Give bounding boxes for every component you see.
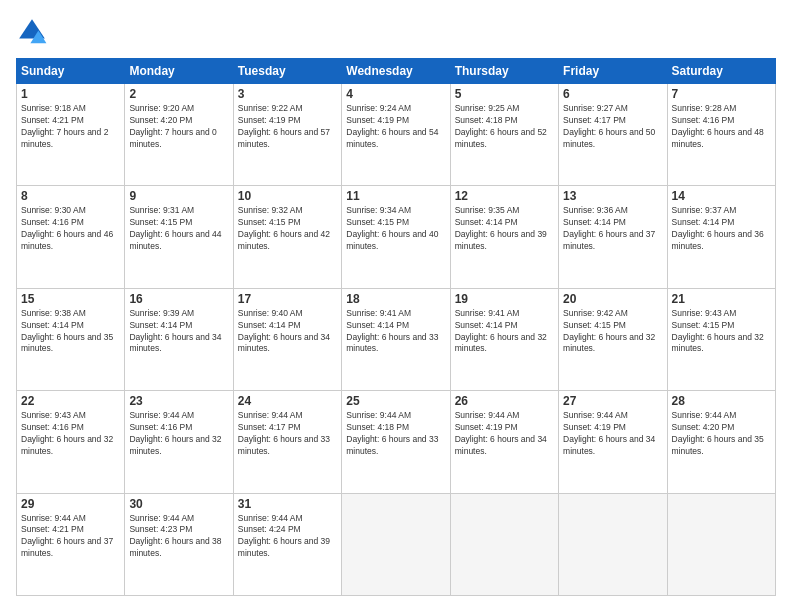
calendar-body: 1 Sunrise: 9:18 AMSunset: 4:21 PMDayligh… [17, 84, 776, 596]
calendar-cell [667, 493, 775, 595]
day-number: 7 [672, 87, 771, 101]
calendar-cell: 7 Sunrise: 9:28 AMSunset: 4:16 PMDayligh… [667, 84, 775, 186]
calendar-table: SundayMondayTuesdayWednesdayThursdayFrid… [16, 58, 776, 596]
calendar-header: SundayMondayTuesdayWednesdayThursdayFrid… [17, 59, 776, 84]
calendar-cell: 23 Sunrise: 9:44 AMSunset: 4:16 PMDaylig… [125, 391, 233, 493]
calendar-cell: 16 Sunrise: 9:39 AMSunset: 4:14 PMDaylig… [125, 288, 233, 390]
day-info: Sunrise: 9:43 AMSunset: 4:15 PMDaylight:… [672, 308, 771, 356]
day-number: 5 [455, 87, 554, 101]
calendar-cell: 8 Sunrise: 9:30 AMSunset: 4:16 PMDayligh… [17, 186, 125, 288]
calendar-week-row: 22 Sunrise: 9:43 AMSunset: 4:16 PMDaylig… [17, 391, 776, 493]
day-number: 11 [346, 189, 445, 203]
day-info: Sunrise: 9:42 AMSunset: 4:15 PMDaylight:… [563, 308, 662, 356]
calendar-cell: 17 Sunrise: 9:40 AMSunset: 4:14 PMDaylig… [233, 288, 341, 390]
calendar-cell: 5 Sunrise: 9:25 AMSunset: 4:18 PMDayligh… [450, 84, 558, 186]
day-info: Sunrise: 9:32 AMSunset: 4:15 PMDaylight:… [238, 205, 337, 253]
day-info: Sunrise: 9:40 AMSunset: 4:14 PMDaylight:… [238, 308, 337, 356]
day-info: Sunrise: 9:39 AMSunset: 4:14 PMDaylight:… [129, 308, 228, 356]
calendar-cell: 30 Sunrise: 9:44 AMSunset: 4:23 PMDaylig… [125, 493, 233, 595]
day-number: 15 [21, 292, 120, 306]
calendar-cell: 10 Sunrise: 9:32 AMSunset: 4:15 PMDaylig… [233, 186, 341, 288]
day-info: Sunrise: 9:35 AMSunset: 4:14 PMDaylight:… [455, 205, 554, 253]
day-info: Sunrise: 9:18 AMSunset: 4:21 PMDaylight:… [21, 103, 120, 151]
calendar-cell: 29 Sunrise: 9:44 AMSunset: 4:21 PMDaylig… [17, 493, 125, 595]
calendar-cell: 25 Sunrise: 9:44 AMSunset: 4:18 PMDaylig… [342, 391, 450, 493]
day-info: Sunrise: 9:44 AMSunset: 4:17 PMDaylight:… [238, 410, 337, 458]
calendar-week-row: 8 Sunrise: 9:30 AMSunset: 4:16 PMDayligh… [17, 186, 776, 288]
day-number: 8 [21, 189, 120, 203]
calendar-cell [559, 493, 667, 595]
calendar-cell: 6 Sunrise: 9:27 AMSunset: 4:17 PMDayligh… [559, 84, 667, 186]
day-info: Sunrise: 9:25 AMSunset: 4:18 PMDaylight:… [455, 103, 554, 151]
day-number: 3 [238, 87, 337, 101]
day-number: 24 [238, 394, 337, 408]
day-number: 12 [455, 189, 554, 203]
header-day: Wednesday [342, 59, 450, 84]
day-number: 1 [21, 87, 120, 101]
day-number: 31 [238, 497, 337, 511]
day-info: Sunrise: 9:44 AMSunset: 4:19 PMDaylight:… [563, 410, 662, 458]
day-number: 4 [346, 87, 445, 101]
day-number: 9 [129, 189, 228, 203]
header-day: Tuesday [233, 59, 341, 84]
day-info: Sunrise: 9:31 AMSunset: 4:15 PMDaylight:… [129, 205, 228, 253]
day-number: 21 [672, 292, 771, 306]
day-number: 16 [129, 292, 228, 306]
day-number: 28 [672, 394, 771, 408]
day-info: Sunrise: 9:38 AMSunset: 4:14 PMDaylight:… [21, 308, 120, 356]
header-row: SundayMondayTuesdayWednesdayThursdayFrid… [17, 59, 776, 84]
day-number: 6 [563, 87, 662, 101]
day-number: 2 [129, 87, 228, 101]
calendar-cell: 19 Sunrise: 9:41 AMSunset: 4:14 PMDaylig… [450, 288, 558, 390]
day-info: Sunrise: 9:43 AMSunset: 4:16 PMDaylight:… [21, 410, 120, 458]
calendar-cell: 11 Sunrise: 9:34 AMSunset: 4:15 PMDaylig… [342, 186, 450, 288]
day-info: Sunrise: 9:44 AMSunset: 4:19 PMDaylight:… [455, 410, 554, 458]
calendar-cell: 2 Sunrise: 9:20 AMSunset: 4:20 PMDayligh… [125, 84, 233, 186]
day-info: Sunrise: 9:28 AMSunset: 4:16 PMDaylight:… [672, 103, 771, 151]
calendar-cell: 26 Sunrise: 9:44 AMSunset: 4:19 PMDaylig… [450, 391, 558, 493]
calendar-cell [342, 493, 450, 595]
calendar-cell: 1 Sunrise: 9:18 AMSunset: 4:21 PMDayligh… [17, 84, 125, 186]
day-info: Sunrise: 9:44 AMSunset: 4:24 PMDaylight:… [238, 513, 337, 561]
day-number: 14 [672, 189, 771, 203]
day-number: 19 [455, 292, 554, 306]
calendar-cell: 4 Sunrise: 9:24 AMSunset: 4:19 PMDayligh… [342, 84, 450, 186]
calendar-week-row: 29 Sunrise: 9:44 AMSunset: 4:21 PMDaylig… [17, 493, 776, 595]
day-info: Sunrise: 9:36 AMSunset: 4:14 PMDaylight:… [563, 205, 662, 253]
calendar-cell: 27 Sunrise: 9:44 AMSunset: 4:19 PMDaylig… [559, 391, 667, 493]
day-info: Sunrise: 9:24 AMSunset: 4:19 PMDaylight:… [346, 103, 445, 151]
day-info: Sunrise: 9:41 AMSunset: 4:14 PMDaylight:… [455, 308, 554, 356]
calendar-cell: 12 Sunrise: 9:35 AMSunset: 4:14 PMDaylig… [450, 186, 558, 288]
day-number: 30 [129, 497, 228, 511]
header-day: Thursday [450, 59, 558, 84]
page: SundayMondayTuesdayWednesdayThursdayFrid… [0, 0, 792, 612]
header-day: Friday [559, 59, 667, 84]
calendar-week-row: 15 Sunrise: 9:38 AMSunset: 4:14 PMDaylig… [17, 288, 776, 390]
calendar-cell: 28 Sunrise: 9:44 AMSunset: 4:20 PMDaylig… [667, 391, 775, 493]
day-info: Sunrise: 9:44 AMSunset: 4:18 PMDaylight:… [346, 410, 445, 458]
calendar-cell: 3 Sunrise: 9:22 AMSunset: 4:19 PMDayligh… [233, 84, 341, 186]
day-number: 22 [21, 394, 120, 408]
calendar-cell: 20 Sunrise: 9:42 AMSunset: 4:15 PMDaylig… [559, 288, 667, 390]
day-info: Sunrise: 9:44 AMSunset: 4:21 PMDaylight:… [21, 513, 120, 561]
calendar-cell: 14 Sunrise: 9:37 AMSunset: 4:14 PMDaylig… [667, 186, 775, 288]
day-number: 10 [238, 189, 337, 203]
day-number: 26 [455, 394, 554, 408]
header [16, 16, 776, 48]
day-number: 18 [346, 292, 445, 306]
calendar-week-row: 1 Sunrise: 9:18 AMSunset: 4:21 PMDayligh… [17, 84, 776, 186]
day-number: 29 [21, 497, 120, 511]
day-info: Sunrise: 9:44 AMSunset: 4:23 PMDaylight:… [129, 513, 228, 561]
day-info: Sunrise: 9:20 AMSunset: 4:20 PMDaylight:… [129, 103, 228, 151]
logo [16, 16, 52, 48]
day-number: 13 [563, 189, 662, 203]
calendar-cell: 31 Sunrise: 9:44 AMSunset: 4:24 PMDaylig… [233, 493, 341, 595]
logo-icon [16, 16, 48, 48]
day-info: Sunrise: 9:30 AMSunset: 4:16 PMDaylight:… [21, 205, 120, 253]
day-info: Sunrise: 9:27 AMSunset: 4:17 PMDaylight:… [563, 103, 662, 151]
day-number: 23 [129, 394, 228, 408]
header-day: Saturday [667, 59, 775, 84]
calendar-cell: 21 Sunrise: 9:43 AMSunset: 4:15 PMDaylig… [667, 288, 775, 390]
day-info: Sunrise: 9:44 AMSunset: 4:16 PMDaylight:… [129, 410, 228, 458]
day-info: Sunrise: 9:37 AMSunset: 4:14 PMDaylight:… [672, 205, 771, 253]
